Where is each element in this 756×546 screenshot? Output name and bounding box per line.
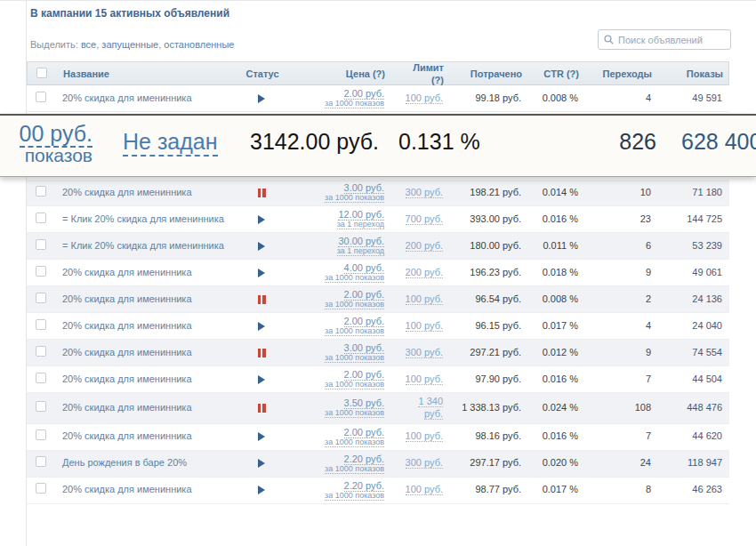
price-link[interactable]: 2.00 руб. bbox=[344, 316, 384, 327]
limit-link[interactable]: 100 руб. bbox=[406, 373, 443, 385]
limit-link[interactable]: 100 руб. bbox=[406, 320, 443, 332]
ad-name-link[interactable]: 20% скидка для именинника bbox=[62, 347, 192, 359]
play-status-icon[interactable] bbox=[258, 322, 265, 331]
row-checkbox[interactable] bbox=[36, 456, 46, 467]
play-status-icon[interactable] bbox=[258, 432, 265, 441]
col-header-price[interactable]: Цена (?) bbox=[293, 68, 392, 81]
row-checkbox[interactable] bbox=[36, 483, 46, 494]
ad-name-link[interactable]: 20% скидка для именинника bbox=[62, 402, 192, 414]
clicks-value: 8 bbox=[585, 481, 658, 499]
table-row: 20% скидка для именинника 2.00 руб. за 1… bbox=[27, 424, 729, 451]
clicks-value: 9 bbox=[585, 264, 658, 282]
ad-name-link[interactable]: = Клик 20% скидка для именинника bbox=[62, 213, 224, 226]
ad-name-link[interactable]: 20% скидка для именинника bbox=[62, 187, 192, 199]
limit-link[interactable]: 300 руб. bbox=[406, 187, 443, 198]
row-checkbox[interactable] bbox=[36, 401, 46, 412]
price-link[interactable]: 2.20 руб. bbox=[344, 480, 384, 492]
ad-name-link[interactable]: 20% скидка для именинника bbox=[62, 320, 192, 333]
row-checkbox[interactable] bbox=[36, 430, 46, 440]
select-stopped-link[interactable]: остановленные bbox=[164, 39, 234, 50]
play-status-icon[interactable] bbox=[258, 242, 265, 251]
pause-status-icon[interactable] bbox=[258, 349, 266, 357]
price-link[interactable]: 3.00 руб. bbox=[344, 182, 384, 194]
price-link[interactable]: 2.20 руб. bbox=[344, 454, 384, 465]
spent-value: 180.00 руб. bbox=[450, 237, 528, 255]
play-status-icon[interactable] bbox=[258, 375, 265, 384]
row-checkbox[interactable] bbox=[36, 373, 46, 383]
ad-name-link[interactable]: 20% скидка для именинника bbox=[62, 92, 192, 105]
ad-name-link[interactable]: 20% скидка для именинника bbox=[62, 373, 192, 386]
price-link[interactable]: 4.00 руб. bbox=[344, 262, 384, 274]
impressions-value: 71 180 bbox=[658, 184, 729, 202]
price-link[interactable]: 2.00 руб. bbox=[344, 88, 384, 100]
impressions-value: 24 040 bbox=[658, 317, 729, 335]
impressions-value: 74 554 bbox=[658, 344, 729, 362]
search-box[interactable] bbox=[598, 29, 731, 50]
limit-link[interactable]: 300 руб. bbox=[406, 347, 443, 358]
ad-name-link[interactable]: 20% скидка для именинника bbox=[62, 293, 192, 306]
spent-value: 1 338.13 руб. bbox=[450, 399, 528, 417]
price-link[interactable]: 2.00 руб. bbox=[344, 427, 384, 438]
row-checkbox[interactable] bbox=[36, 186, 46, 197]
row-checkbox[interactable] bbox=[36, 92, 46, 102]
limit-link[interactable]: 200 руб. bbox=[406, 240, 443, 252]
play-status-icon[interactable] bbox=[258, 215, 265, 224]
row-checkbox[interactable] bbox=[36, 293, 46, 303]
play-status-icon[interactable] bbox=[258, 269, 265, 277]
row-checkbox[interactable] bbox=[36, 266, 46, 277]
play-status-icon[interactable] bbox=[258, 94, 265, 103]
clicks-value: 24 bbox=[585, 454, 658, 472]
row-checkbox[interactable] bbox=[36, 319, 46, 330]
select-all-link[interactable]: все bbox=[81, 39, 96, 50]
select-label: Выделить: bbox=[30, 39, 78, 50]
price-link[interactable]: 2.00 руб. bbox=[344, 289, 384, 301]
search-input[interactable] bbox=[618, 35, 725, 45]
limit-link[interactable]: 100 руб. bbox=[406, 430, 443, 442]
spent-value: 99.18 руб. bbox=[450, 90, 528, 108]
price-unit-label: за 1000 показов bbox=[299, 381, 384, 389]
pause-status-icon[interactable] bbox=[258, 189, 266, 197]
ctr-value: 0.011 % bbox=[528, 237, 585, 255]
pause-status-icon[interactable] bbox=[258, 295, 266, 304]
ad-name-link[interactable]: 20% скидка для именинника bbox=[62, 484, 192, 496]
price-link[interactable]: 3.50 руб. bbox=[344, 397, 384, 409]
limit-link[interactable]: 100 руб. bbox=[406, 92, 443, 104]
table-header-row: Название Статус Цена (?) Лимит (?) Потра… bbox=[27, 61, 729, 85]
limit-link[interactable]: 1 340 руб. bbox=[418, 396, 443, 420]
play-status-icon[interactable] bbox=[258, 459, 265, 468]
clicks-value: 2 bbox=[585, 291, 658, 309]
price-unit-label: за 1000 показов bbox=[299, 409, 384, 418]
select-all-checkbox[interactable] bbox=[36, 68, 47, 78]
pause-status-icon[interactable] bbox=[258, 404, 266, 413]
limit-link[interactable]: 300 руб. bbox=[406, 457, 443, 469]
col-header-status: Статус bbox=[232, 68, 293, 81]
limit-link[interactable]: 700 руб. bbox=[406, 213, 443, 225]
table-row: 20% скидка для именинника 2.00 руб. за 1… bbox=[27, 286, 729, 313]
ads-manager-screen: В кампании 15 активных объявлений Выдели… bbox=[0, 0, 756, 546]
ad-name-link[interactable]: 20% скидка для именинника bbox=[62, 430, 192, 443]
select-running-link[interactable]: запущенные bbox=[101, 39, 158, 50]
price-link[interactable]: 3.00 руб. bbox=[344, 342, 384, 354]
ad-name-link[interactable]: = Клик 20% скидка для именинника bbox=[62, 240, 224, 253]
row-checkbox[interactable] bbox=[36, 346, 46, 357]
price-link[interactable]: 2.00 руб. bbox=[344, 369, 384, 381]
overlay-limit-link[interactable]: Не задан bbox=[123, 129, 218, 157]
limit-link[interactable]: 100 руб. bbox=[406, 293, 443, 305]
play-status-icon[interactable] bbox=[258, 486, 265, 494]
ad-name-link[interactable]: День рождения в баре 20% bbox=[62, 457, 187, 470]
overlay-price-link[interactable]: 00 руб. показов bbox=[0, 122, 92, 166]
col-header-ctr[interactable]: CTR (?) bbox=[529, 68, 586, 81]
impressions-value: 53 239 bbox=[658, 237, 729, 255]
impressions-value: 44 620 bbox=[658, 428, 729, 446]
overlay-price-value: 00 руб. bbox=[20, 121, 92, 148]
price-link[interactable]: 30.00 руб. bbox=[338, 236, 384, 247]
row-checkbox[interactable] bbox=[36, 239, 46, 250]
price-link[interactable]: 12.00 руб. bbox=[338, 209, 384, 221]
ctr-value: 0.016 % bbox=[528, 371, 585, 389]
ad-name-link[interactable]: 20% скидка для именинника bbox=[62, 267, 192, 279]
table-row: 20% скидка для именинника 4.00 руб. за 1… bbox=[27, 260, 729, 286]
limit-link[interactable]: 200 руб. bbox=[406, 267, 443, 278]
limit-link[interactable]: 100 руб. bbox=[406, 484, 443, 495]
row-checkbox[interactable] bbox=[36, 213, 46, 223]
col-header-limit[interactable]: Лимит (?) bbox=[392, 62, 451, 87]
